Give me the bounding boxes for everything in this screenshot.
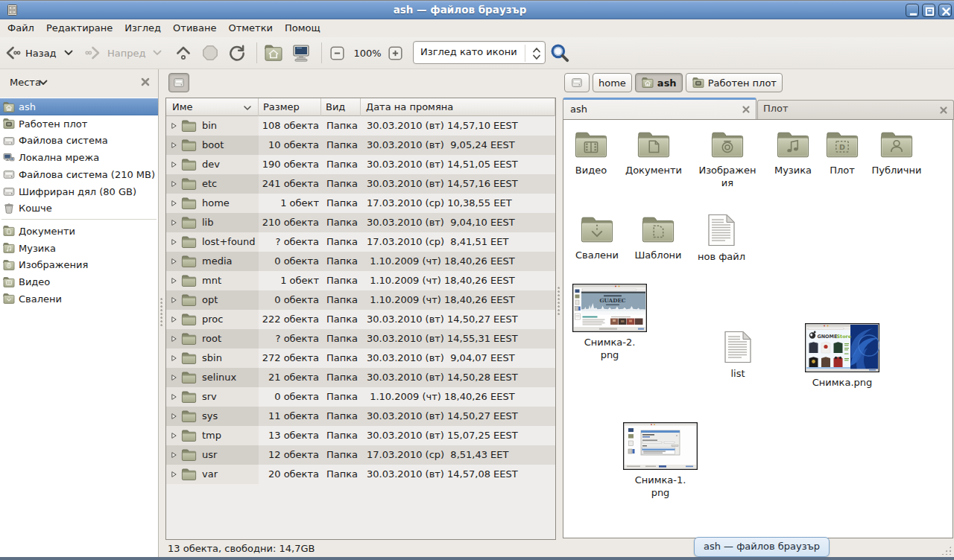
expander-icon[interactable] — [171, 161, 177, 168]
forward-button[interactable]: Напред — [85, 39, 162, 66]
tab-plot[interactable]: Плот — [757, 100, 954, 120]
column-header-name[interactable]: Име — [166, 98, 259, 116]
zoom-out-button[interactable] — [328, 39, 347, 66]
tree-row-home[interactable]: home1 обектПапка17.03.2010 (ср) 10,38,55… — [166, 194, 555, 213]
sidebar-item--айлова-система[interactable]: Файлова система — [0, 132, 158, 149]
tree-row-dev[interactable]: dev190 обектаПапка30.03.2010 (вт) 14,51,… — [166, 155, 555, 174]
tab-ash[interactable]: ash — [563, 98, 756, 120]
menu-help[interactable]: Помощ — [279, 20, 326, 37]
expander-icon[interactable] — [171, 277, 177, 284]
tree-row-lost+found[interactable]: lost+found? обектаПапка17.03.2010 (ср) 8… — [166, 232, 555, 252]
sidebar-item--аботен-плот[interactable]: Работен плот — [0, 115, 158, 133]
file-icon--нимка-2.png[interactable]: Снимка-2. png — [565, 284, 654, 361]
expander-icon[interactable] — [171, 180, 177, 188]
menu-file[interactable]: Файл — [1, 20, 40, 37]
tree-row-lib[interactable]: lib210 обектаПапка30.03.2010 (вт) 9,04,1… — [166, 213, 555, 232]
pane-resize-handle[interactable] — [160, 298, 164, 326]
expander-icon[interactable] — [171, 432, 177, 439]
tree-row-usr[interactable]: usr12 обектаПапка17.03.2010 (ср) 8,51,43… — [166, 445, 555, 465]
sidebar-item--ифриран-дял-80-gb-[interactable]: Шифриран дял (80 GB) — [0, 183, 158, 200]
home-button[interactable] — [263, 39, 284, 66]
menu-view[interactable]: Изглед — [119, 20, 167, 37]
tree-row-bin[interactable]: bin108 обектаПапка30.03.2010 (вт) 14,57,… — [166, 116, 555, 136]
expander-icon[interactable] — [171, 219, 177, 226]
sidebar-item--идео[interactable]: Видео — [0, 273, 158, 290]
back-button[interactable]: Назад — [3, 39, 73, 66]
maximize-button[interactable] — [922, 4, 935, 17]
tree-row-mnt[interactable]: mnt1 обектПапка 1.10.2009 (чт) 18,40,26 … — [166, 271, 555, 290]
sidebar-item--окална-мрежа[interactable]: Локална мрежа — [0, 149, 158, 166]
close-button[interactable] — [938, 4, 952, 17]
titlebar[interactable]: ash — файлов браузър — [0, 0, 954, 19]
tab-close-icon[interactable] — [741, 104, 751, 115]
sidebar-title[interactable]: Места — [10, 77, 41, 88]
tree-row-sys[interactable]: sys11 обектаПапка30.03.2010 (вт) 14,50,2… — [166, 407, 555, 426]
menu-bookmarks[interactable]: Отметки — [222, 20, 278, 37]
pane-resize-handle[interactable] — [557, 287, 561, 315]
file-icon--ублични[interactable]: Публични — [852, 129, 941, 177]
sidebar-item--валени[interactable]: Свалени — [0, 290, 158, 308]
expander-icon[interactable] — [171, 200, 177, 207]
sidebar-item--узика[interactable]: Музика — [0, 240, 158, 257]
reload-button[interactable] — [227, 39, 247, 66]
computer-button[interactable] — [291, 39, 312, 66]
menu-go[interactable]: Отиване — [167, 20, 222, 37]
tree-row-tmp[interactable]: tmp13 обектаПапка30.03.2010 (вт) 15,07,2… — [166, 426, 555, 445]
column-header-date[interactable]: Дата на промяна — [361, 98, 555, 116]
tree-row-etc[interactable]: etc241 обектаПапка30.03.2010 (вт) 14,57,… — [166, 174, 555, 194]
tree-row-srv[interactable]: srv0 обектаПапка 1.10.2009 (чт) 18,40,26… — [166, 387, 555, 407]
file-icon--нимка-1.png[interactable]: Снимка-1. png — [616, 422, 705, 499]
breadcrumb-ash[interactable]: ash — [635, 73, 683, 92]
column-header-type[interactable]: Вид — [321, 98, 361, 116]
expander-icon[interactable] — [171, 374, 177, 381]
pathbar-filesystem-button[interactable] — [168, 73, 189, 92]
app-icon — [6, 4, 19, 16]
tree-row-boot[interactable]: boot10 обектаПапка30.03.2010 (вт) 9,05,2… — [166, 136, 555, 155]
file-icon-list[interactable]: list — [693, 331, 783, 381]
sidebar-close-icon[interactable] — [139, 76, 151, 88]
breadcrumb-filesystem[interactable] — [564, 73, 590, 92]
sidebar-item--айлова-система-210-mb-[interactable]: Файлова система (210 MB) — [0, 166, 158, 183]
resize-grip[interactable] — [941, 546, 952, 555]
breadcrumb-Работен плот[interactable]: Работен плот — [686, 73, 783, 92]
tab-close-icon[interactable] — [938, 105, 949, 115]
back-history-chevron-icon[interactable] — [64, 50, 73, 56]
stop-button[interactable] — [200, 39, 220, 66]
expander-icon[interactable] — [171, 393, 177, 401]
expander-icon[interactable] — [171, 296, 177, 304]
sidebar-item-ash[interactable]: ash — [0, 98, 158, 115]
tree-row-proc[interactable]: proc222 обектаПапка30.03.2010 (вт) 14,50… — [166, 310, 555, 329]
sidebar-item--окументи[interactable]: Документи — [0, 223, 158, 240]
zoom-in-button[interactable] — [386, 39, 405, 66]
view-mode-combo[interactable]: Изглед като икони — [413, 41, 546, 64]
tree-row-media[interactable]: media0 обектаПапка 1.10.2009 (чт) 18,40,… — [166, 252, 555, 271]
minimize-button[interactable] — [906, 4, 919, 17]
expander-icon[interactable] — [171, 471, 177, 478]
file-icon-нов-файл[interactable]: нов файл — [677, 214, 766, 264]
search-button[interactable] — [549, 39, 571, 66]
expander-icon[interactable] — [171, 238, 177, 246]
sidebar-item--зображения[interactable]: Изображения — [0, 256, 158, 273]
expander-icon[interactable] — [171, 316, 177, 323]
breadcrumb-home[interactable]: home — [593, 73, 632, 92]
sidebar-selector-chevron-icon[interactable] — [39, 80, 48, 86]
up-button[interactable] — [174, 39, 193, 66]
tree-row-selinux[interactable]: selinux21 обектаПапка30.03.2010 (вт) 14,… — [166, 368, 555, 387]
expander-icon[interactable] — [171, 258, 177, 265]
file-icon--нимка.png[interactable]: Снимка.png — [797, 323, 887, 389]
column-header-size[interactable]: Размер — [259, 98, 321, 116]
expander-icon[interactable] — [171, 413, 177, 420]
expander-icon[interactable] — [171, 451, 177, 459]
forward-history-chevron-icon[interactable] — [153, 50, 162, 56]
tree-row-opt[interactable]: opt0 обектаПапка 1.10.2009 (чт) 18,40,26… — [166, 290, 555, 310]
column-header-label: Име — [172, 101, 193, 112]
expander-icon[interactable] — [171, 122, 177, 130]
expander-icon[interactable] — [171, 141, 177, 149]
tree-row-root[interactable]: root? обектаПапка30.03.2010 (вт) 14,55,3… — [166, 329, 555, 349]
tree-row-var[interactable]: var20 обектаПапка30.03.2010 (вт) 14,57,0… — [166, 465, 555, 484]
expander-icon[interactable] — [171, 354, 177, 362]
expander-icon[interactable] — [171, 335, 177, 343]
sidebar-item--ошче[interactable]: Кошче — [0, 200, 158, 217]
tree-row-sbin[interactable]: sbin272 обектаПапка30.03.2010 (вт) 9,04,… — [166, 349, 555, 368]
menu-edit[interactable]: Редактиране — [40, 20, 119, 37]
